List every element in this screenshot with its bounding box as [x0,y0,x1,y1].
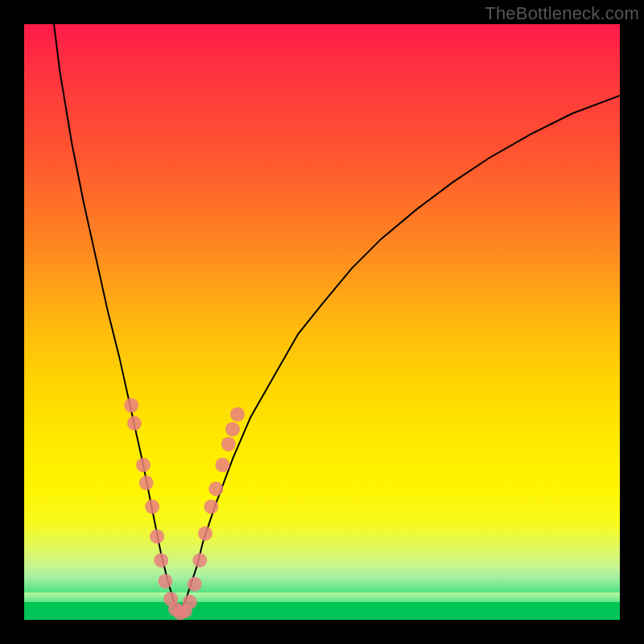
data-dot [124,398,138,413]
data-dot [221,437,236,452]
data-dot [150,529,164,543]
data-dot [145,499,159,514]
data-dot [188,577,202,592]
data-dot [139,476,154,490]
right-curve [179,96,620,614]
data-dot [192,553,207,568]
data-dot [204,499,218,514]
data-dot [225,422,240,436]
data-dot [154,553,168,568]
data-dot [183,595,197,609]
plot-area [24,24,620,620]
data-dot [215,458,229,473]
left-curve [54,24,179,614]
data-dot [127,416,142,431]
chart-svg [24,24,620,620]
chart-frame: TheBottleneck.com [0,0,644,644]
data-dot [158,574,172,588]
data-dot [198,526,213,541]
watermark-text: TheBottleneck.com [485,3,639,24]
data-dot [136,458,151,473]
data-dot [230,407,245,422]
data-dot [208,481,223,496]
scatter-dots [124,398,245,620]
